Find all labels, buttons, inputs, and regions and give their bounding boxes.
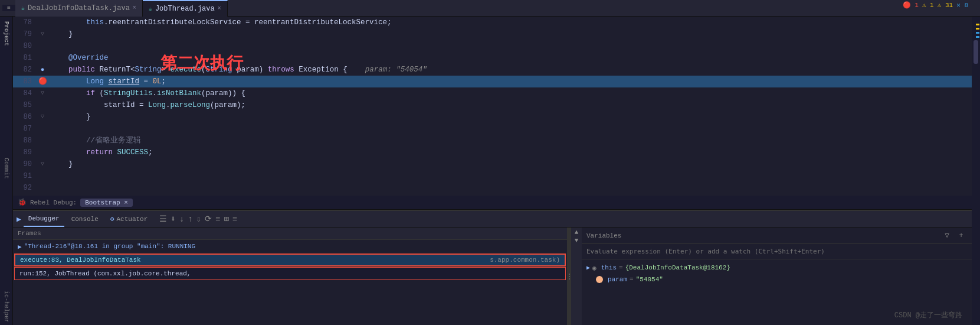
code-line-86: 86 ▽ } [13, 111, 972, 123]
frames-panel: Frames ▶ "Thread-216"@18.161 in group "m… [13, 228, 568, 325]
more-btn[interactable]: ≡ [232, 214, 237, 224]
code-line-81: 81 @Override [13, 52, 972, 64]
main-area: Project Commit ic-helper 第二次执行 78 this.r… [0, 17, 980, 325]
frame-run-152[interactable]: run:152, JobThread (com.xxl.job.core.thr… [14, 267, 566, 280]
variables-panel: Variables ▽ + [582, 228, 972, 325]
code-line-82: 82 ● public ReturnT<String> execute(Stri… [13, 64, 972, 76]
evaluate-input[interactable] [586, 248, 967, 255]
thread-icon: ▶ [18, 243, 22, 251]
step-out-btn[interactable]: ↑ [188, 214, 192, 224]
sidebar-ic-helper[interactable]: ic-helper [2, 288, 11, 325]
step-over-btn[interactable]: ⬇ [171, 214, 175, 224]
tab-jobthread[interactable]: ☕ JobThread.java × [143, 0, 228, 17]
frame-thread[interactable]: ▶ "Thread-216"@18.161 in group "main": R… [13, 240, 567, 253]
toolbar-menu[interactable]: ☰ [159, 214, 167, 224]
debug-toolbar: ▶ Debugger Console ⚙ Actuator ☰ ⬇ ↓ ↑ [13, 211, 972, 228]
code-editor[interactable]: 第二次执行 78 this.reentrantDistributeLockSer… [13, 17, 972, 196]
evaluate-btn[interactable]: ≡ [215, 214, 220, 224]
sidebar-commit[interactable]: Commit [2, 155, 11, 181]
frame-execute-83[interactable]: execute:83, DealJobInfoDataTask s.app.co… [14, 254, 566, 266]
scroll-up[interactable]: ▲ [575, 229, 579, 236]
tab-debugger[interactable]: Debugger [24, 212, 64, 227]
code-line-78: 78 this.reentrantDistributeLockService =… [13, 17, 972, 28]
step-into-btn[interactable]: ↓ [179, 214, 184, 224]
rebel-debug-bar: 🐞 Rebel Debug: Bootstrap × [13, 196, 972, 210]
tab-dealjobinfodatatask[interactable]: ☕ DealJobInfoDataTask.java × [15, 0, 143, 17]
debug-panel: ▶ Debugger Console ⚙ Actuator ☰ ⬇ ↓ ↑ [13, 210, 972, 325]
close-tab-0[interactable]: × [133, 5, 136, 11]
right-scrollbar[interactable] [972, 17, 980, 325]
add-watch-btn[interactable]: + [955, 230, 967, 242]
scroll-down[interactable]: ▼ [575, 237, 579, 244]
scroll-arrows: ▲ ▼ [571, 228, 582, 325]
left-sidebar: Project Commit ic-helper [0, 17, 13, 325]
ide-shell: ≡ ☕ DealJobInfoDataTask.java × ☕ JobThre… [0, 0, 980, 325]
gutter-indicators [975, 17, 980, 207]
debug-content: Frames ▶ "Thread-216"@18.161 in group "m… [13, 228, 972, 325]
editor-area: 第二次执行 78 this.reentrantDistributeLockSer… [13, 17, 972, 325]
code-line-87: 87 [13, 123, 972, 135]
tab-console[interactable]: Console [67, 212, 103, 227]
code-line-83: 83 🔴 Long startId = 0L; [13, 76, 972, 87]
filter-btn[interactable]: ▽ [941, 230, 953, 242]
frames-header: Frames [13, 228, 567, 240]
settings-btn[interactable]: ⊞ [224, 214, 228, 224]
var-param[interactable]: param = "54054" [582, 274, 972, 285]
bootstrap-tab[interactable]: Bootstrap × [80, 199, 133, 207]
code-line-89: 89 return SUCCESS; [13, 147, 972, 158]
chevron-icon: ▶ [586, 264, 590, 271]
frames-list: ▶ "Thread-216"@18.161 in group "main": R… [13, 240, 567, 325]
code-line-92: 92 [13, 182, 972, 194]
code-line-90: 90 ▽ } [13, 158, 972, 170]
code-line-85: 85 startId = Long.parseLong(param); [13, 99, 972, 111]
resume-btn[interactable]: ▶ [17, 214, 21, 224]
close-tab-1[interactable]: × [218, 5, 221, 12]
code-line-80: 80 [13, 40, 972, 52]
sidebar-project[interactable]: Project [2, 19, 11, 48]
rebel-icon: 🐞 [18, 198, 27, 207]
code-line-84: 84 ▽ if (StringUtils.isNotBlank(param)) … [13, 87, 972, 99]
variables-actions: ▽ + [941, 230, 967, 242]
tab-bar: ≡ ☕ DealJobInfoDataTask.java × ☕ JobThre… [0, 0, 980, 17]
evaluate-bar [582, 244, 972, 259]
code-line-91: 91 [13, 170, 972, 182]
code-lines: 78 this.reentrantDistributeLockService =… [13, 17, 972, 194]
var-this[interactable]: ▶ ◉ this = {DealJobInfoDataTask@18162} [582, 262, 972, 274]
error-indicators: 🔴 1 ⚠ 1 ⚠ 31 ✕ 8 [903, 1, 968, 9]
warn-indicator [976, 24, 979, 25]
param-icon [596, 276, 603, 283]
code-line-88: 88 //省略业务逻辑 [13, 135, 972, 147]
variables-header: Variables ▽ + [582, 228, 972, 244]
code-line-79: 79 ▽ } [13, 28, 972, 40]
run-cursor-btn[interactable]: ⇩ [196, 214, 201, 224]
variables-list: ▶ ◉ this = {DealJobInfoDataTask@18162} [582, 259, 972, 325]
rebel-debug-label: Rebel Debug: [30, 199, 77, 206]
tab-actuator[interactable]: ⚙ Actuator [106, 212, 152, 227]
drop-frame-btn[interactable]: ⟳ [205, 214, 212, 224]
